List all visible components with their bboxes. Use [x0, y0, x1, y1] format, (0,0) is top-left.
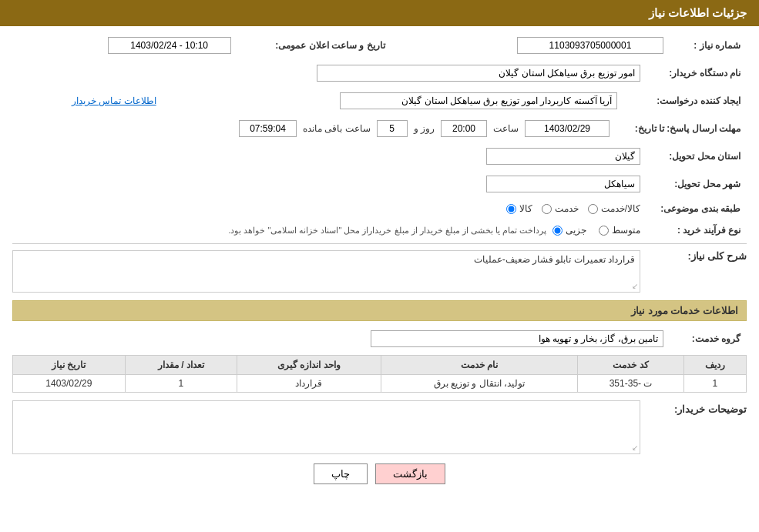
action-buttons: بازگشت چاپ: [12, 463, 747, 484]
city-input[interactable]: [486, 176, 640, 192]
response-time-input[interactable]: [441, 120, 487, 137]
cell-service-code: ت -35-351: [578, 375, 683, 393]
purchase-jozii-radio[interactable]: [552, 226, 563, 236]
province-label: استان محل تحویل:: [646, 145, 747, 168]
col-header-date: تاریخ نیاز: [13, 356, 126, 375]
category-kala-radio[interactable]: [506, 204, 516, 214]
cell-date: 1403/02/29: [13, 375, 126, 393]
purchase-type-label: نوع فرآیند خرید :: [646, 222, 747, 239]
purchase-mottaset-option[interactable]: متوسط: [599, 225, 640, 236]
days-input[interactable]: [377, 120, 408, 137]
table-row: 1 ت -35-351 تولید، انتقال و توزیع برق قر…: [13, 375, 747, 393]
creator-input[interactable]: [340, 92, 617, 109]
purchase-type-info-table: نوع فرآیند خرید : متوسط جزیی: [12, 222, 747, 239]
announcement-datetime-label: تاریخ و ساعت اعلان عمومی:: [237, 34, 391, 57]
col-header-service-name: نام خدمت: [381, 356, 578, 375]
province-info-table: استان محل تحویل:: [12, 145, 747, 168]
org-info-table: نام دستگاه خریدار:: [12, 62, 747, 85]
page-title: جزئیات اطلاعات نیاز: [649, 6, 747, 19]
category-kala-khadamat-option[interactable]: کالا/خدمت: [588, 203, 640, 214]
service-group-input[interactable]: [371, 330, 663, 347]
cell-row-num: 1: [683, 375, 746, 393]
print-button[interactable]: چاپ: [314, 463, 368, 484]
announcement-datetime-value: [12, 34, 237, 57]
need-number-input[interactable]: [517, 37, 663, 54]
org-name-label: نام دستگاه خریدار:: [646, 62, 747, 85]
general-desc-value: قرارداد تعمیرات تابلو فشار ضعیف-عملیات: [18, 254, 635, 265]
col-header-row-num: ردیف: [683, 356, 746, 375]
creator-info-table: ایجاد کننده درخواست: اطلاعات تماس خریدار: [12, 89, 747, 112]
category-kala-option[interactable]: کالا: [506, 203, 532, 214]
general-desc-label: شرح کلی نیاز:: [646, 250, 747, 262]
days-label: روز و: [414, 123, 435, 134]
services-section-title: اطلاعات خدمات مورد نیاز: [12, 300, 747, 321]
need-number-value: [407, 34, 670, 57]
category-label: طبقه بندی موضوعی:: [646, 200, 747, 217]
response-deadline-label: مهلت ارسال پاسخ: تا تاریخ:: [616, 117, 747, 140]
service-group-table: گروه خدمت:: [12, 327, 747, 350]
announcement-datetime-input[interactable]: [108, 37, 231, 54]
purchase-mottaset-radio[interactable]: [599, 226, 609, 236]
back-button[interactable]: بازگشت: [375, 463, 445, 484]
basic-info-table: شماره نیاز : تاریخ و ساعت اعلان عمومی:: [12, 34, 747, 57]
need-number-label: شماره نیاز :: [670, 34, 747, 57]
response-date-input[interactable]: [525, 120, 610, 137]
response-time-label: ساعت: [493, 123, 519, 134]
org-name-input[interactable]: [317, 65, 640, 82]
col-header-quantity: تعداد / مقدار: [125, 356, 237, 375]
category-kala-khadamat-radio[interactable]: [588, 204, 598, 214]
purchase-desc: پرداخت تمام یا بخشی از مبلغ خریدار از مب…: [228, 226, 546, 236]
service-group-label: گروه خدمت:: [670, 327, 747, 350]
cell-service-name: تولید، انتقال و توزیع برق: [381, 375, 578, 393]
col-header-unit: واحد اندازه گیری: [237, 356, 381, 375]
creator-label: ایجاد کننده درخواست:: [623, 89, 747, 112]
col-header-service-code: کد خدمت: [578, 356, 683, 375]
category-info-table: طبقه بندی موضوعی: کالا/خدمت خدمت کالا: [12, 200, 747, 217]
page-header: جزئیات اطلاعات نیاز: [0, 0, 759, 26]
purchase-jozii-option[interactable]: جزیی: [552, 225, 586, 236]
cell-unit: قرارداد: [237, 375, 381, 393]
deadline-info-table: مهلت ارسال پاسخ: تا تاریخ: ساعت روز و سا…: [12, 117, 747, 140]
city-label: شهر محل تحویل:: [646, 172, 747, 196]
remaining-label: ساعت باقی مانده: [303, 123, 371, 134]
province-input[interactable]: [486, 148, 640, 165]
contact-link[interactable]: اطلاعات تماس خریدار: [72, 95, 156, 106]
city-info-table: شهر محل تحویل:: [12, 172, 747, 196]
remaining-input[interactable]: [239, 120, 297, 137]
services-data-table: ردیف کد خدمت نام خدمت واحد اندازه گیری ت…: [12, 355, 747, 393]
category-khadamat-radio[interactable]: [542, 204, 552, 214]
category-khadamat-option[interactable]: خدمت: [542, 203, 579, 214]
buyer-notes-label: توضیحات خریدار:: [646, 400, 747, 415]
cell-quantity: 1: [125, 375, 237, 393]
